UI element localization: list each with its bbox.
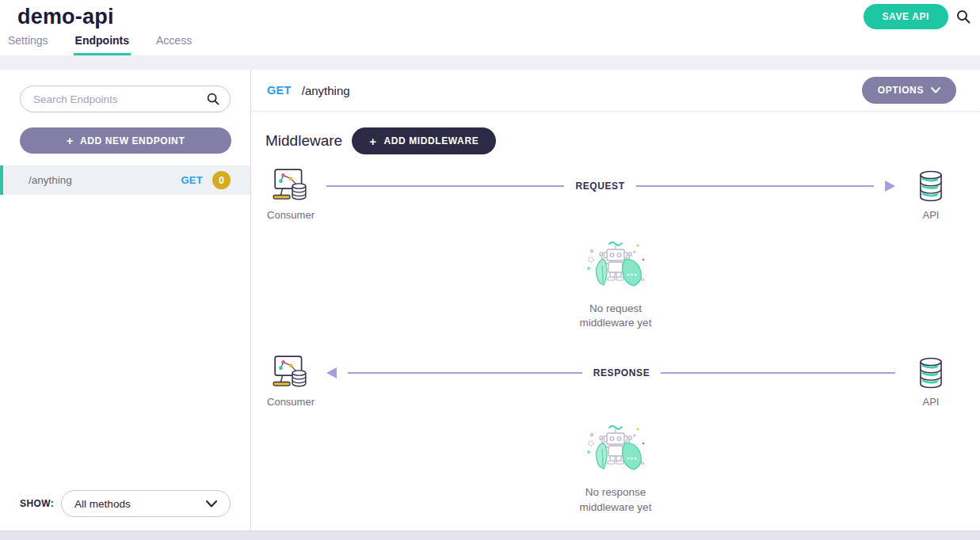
bottom-strip	[0, 530, 980, 540]
tab-settings[interactable]: Settings	[6, 34, 50, 55]
search-icon[interactable]	[207, 93, 219, 105]
app-window: demo-api Settings Endpoints Access SAVE …	[0, 0, 980, 540]
save-api-label: SAVE API	[883, 11, 929, 22]
endpoint-method-badge: GET	[181, 174, 203, 186]
api-database-icon	[915, 167, 947, 205]
endpoint-method: GET	[267, 84, 292, 97]
robot-plants-illustration	[582, 422, 649, 479]
add-middleware-label: ADD MIDDLEWARE	[384, 135, 479, 146]
chevron-down-icon	[206, 500, 217, 508]
consumer-label: Consumer	[267, 396, 315, 408]
search-endpoints-input[interactable]	[33, 93, 207, 105]
tab-settings-label: Settings	[8, 34, 48, 47]
method-filter-row: SHOW: All methods	[20, 490, 231, 517]
response-label: RESPONSE	[593, 367, 650, 378]
consumer-icon	[273, 354, 309, 392]
api-node: API	[906, 354, 956, 408]
add-new-endpoint-button[interactable]: + ADD NEW ENDPOINT	[20, 127, 231, 154]
request-empty-text: No request middleware yet	[552, 302, 679, 330]
robot-plants-illustration	[582, 238, 649, 295]
request-arrow: REQUEST	[316, 167, 906, 205]
tab-endpoints[interactable]: Endpoints	[74, 34, 131, 55]
endpoint-detail-panel: GET /anything OPTIONS Middleware + ADD M…	[251, 70, 980, 530]
endpoint-path-title: /anything	[302, 84, 862, 97]
consumer-node: Consumer	[265, 167, 316, 221]
arrow-line	[636, 185, 874, 187]
consumer-icon	[273, 167, 309, 205]
request-empty-state: No request middleware yet	[552, 238, 679, 330]
middleware-count-badge: 0	[212, 171, 231, 189]
arrow-line	[348, 372, 582, 374]
middleware-section-header: Middleware + ADD MIDDLEWARE	[265, 127, 956, 154]
tab-endpoints-label: Endpoints	[75, 34, 129, 47]
response-empty-state: No response middleware yet	[552, 422, 679, 514]
response-empty-text: No response middleware yet	[552, 485, 679, 514]
plus-icon: +	[67, 135, 74, 146]
consumer-label: Consumer	[267, 209, 315, 221]
tab-access[interactable]: Access	[154, 34, 193, 55]
search-icon[interactable]	[956, 10, 970, 24]
endpoint-header: GET /anything OPTIONS	[251, 70, 980, 112]
endpoint-list-item-anything[interactable]: /anything GET 0	[0, 165, 250, 195]
plus-icon: +	[369, 135, 376, 147]
response-flow-row: Consumer RESPONSE	[265, 354, 956, 408]
request-flow-row: Consumer REQUEST	[265, 167, 956, 221]
api-database-icon	[915, 354, 947, 392]
save-api-button[interactable]: SAVE API	[864, 4, 948, 29]
arrow-right-icon	[885, 181, 895, 192]
options-button[interactable]: OPTIONS	[862, 77, 956, 104]
api-label: API	[923, 209, 940, 221]
add-new-endpoint-label: ADD NEW ENDPOINT	[80, 135, 185, 146]
top-bar: demo-api Settings Endpoints Access SAVE …	[0, 0, 980, 55]
show-filter-label: SHOW:	[20, 498, 54, 509]
tab-access-label: Access	[156, 34, 192, 47]
api-label: API	[923, 396, 940, 408]
consumer-node: Consumer	[265, 354, 316, 408]
request-label: REQUEST	[575, 181, 624, 192]
endpoint-search-box	[20, 86, 231, 112]
arrow-line	[326, 185, 564, 187]
method-filter-value: All methods	[74, 498, 206, 510]
options-label: OPTIONS	[878, 85, 924, 96]
chevron-down-icon	[931, 87, 940, 93]
api-node: API	[906, 167, 956, 221]
header-divider-strip	[0, 55, 980, 70]
arrow-line	[661, 372, 895, 374]
arrow-left-icon	[326, 367, 337, 378]
response-arrow: RESPONSE	[316, 354, 906, 392]
endpoints-sidebar: + ADD NEW ENDPOINT /anything GET 0 SHOW:…	[0, 70, 251, 530]
middleware-heading: Middleware	[265, 132, 342, 150]
add-middleware-button[interactable]: + ADD MIDDLEWARE	[352, 127, 496, 154]
api-title: demo-api	[17, 5, 114, 29]
method-filter-select[interactable]: All methods	[61, 490, 231, 517]
endpoint-path: /anything	[29, 174, 181, 186]
tab-bar: Settings Endpoints Access	[6, 34, 193, 55]
